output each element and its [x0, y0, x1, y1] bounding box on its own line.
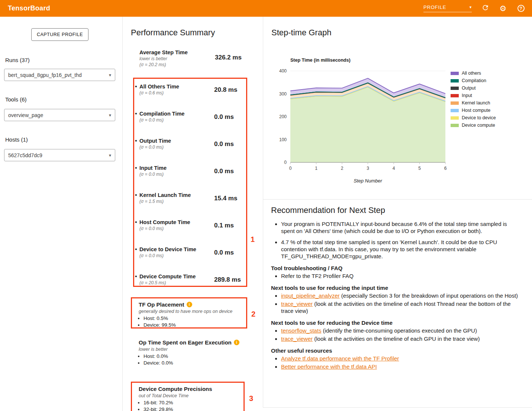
tools-select[interactable]: overview_page ▾	[4, 109, 115, 121]
metric-label: All Others Time	[139, 84, 211, 90]
legend-label: Kernel launch	[462, 100, 490, 106]
recommendation-section-list: Analyze tf.data performance with the TF …	[271, 355, 521, 370]
chevron-down-icon: ▾	[109, 72, 111, 78]
refresh-button[interactable]	[481, 4, 490, 13]
metric-label: Output Time	[139, 138, 211, 144]
legend-label: Output	[462, 85, 476, 91]
tool-link[interactable]: input_pipeline_analyzer	[281, 292, 340, 299]
recommendation-section: Next tools to use for reducing the Devic…	[271, 320, 521, 342]
recommendation-section: Tool troubleshooting / FAQ Refer to the …	[271, 265, 521, 279]
metric-value: 20.8 ms	[214, 86, 237, 94]
step-time-graph-panel: Step-time Graph Step Time (in millisecon…	[263, 17, 532, 200]
runs-label: Runs (37)	[5, 57, 30, 63]
legend-item: Compilation	[451, 78, 496, 83]
recommendation-section-list: Refer to the TF2 Profiler FAQ	[271, 272, 521, 279]
legend-label: Host compute	[462, 108, 490, 113]
dashboard-selector[interactable]: PROFILE ▾	[423, 4, 472, 12]
hosts-select-value: 5627c5dd7dc9	[8, 152, 42, 158]
recommendation-section: Next tools to use for reducing the input…	[271, 285, 521, 314]
highlight-box-2: TF Op Placement i generally desired to h…	[131, 297, 247, 329]
hosts-select[interactable]: 5627c5dd7dc9 ▾	[4, 149, 115, 161]
device-precisions-list: 16-bit: 70.2%32-bit: 29.8%	[132, 399, 244, 411]
runs-select[interactable]: bert_squad_8gpu_fp16_pvt_thd ▾	[4, 69, 115, 81]
legend-item: Host compute	[451, 108, 496, 113]
svg-text:400: 400	[279, 68, 287, 74]
recommendation-item-text: (identify the time-consuming operations …	[321, 327, 477, 334]
recommendation-item: trace_viewer (look at the activities on …	[281, 335, 521, 342]
metric-sigma: (σ = 20.5 ms)	[139, 280, 211, 285]
recommendation-item: Refer to the TF2 Profiler FAQ	[281, 272, 521, 279]
refresh-icon	[481, 4, 489, 13]
legend-swatch	[451, 94, 459, 97]
metric-value: 0.0 ms	[214, 168, 234, 175]
recommendation-section: Other useful resources Analyze tf.data p…	[271, 347, 521, 370]
metric-sigma: (σ = 1.5 ms)	[139, 199, 211, 204]
settings-button[interactable]: ⚙	[499, 4, 507, 13]
list-item: Device: 99.5%	[144, 322, 246, 329]
recommendation-section-heading: Next tools to use for reducing the input…	[271, 285, 521, 291]
svg-text:5: 5	[418, 166, 421, 171]
app-bar-actions: PROFILE ▾ ⚙ ?	[423, 4, 525, 13]
tool-link[interactable]: tensorflow_stats	[281, 327, 321, 334]
svg-text:300: 300	[279, 91, 287, 97]
legend-label: Compilation	[462, 78, 486, 83]
recommendation-item: Better performance with the tf.data API	[281, 363, 521, 370]
metric-text: Compilation Time (σ = 0.0 ms)	[135, 111, 211, 123]
eager-execution-block: Op Time Spent on Eager Execution i lower…	[132, 339, 244, 366]
legend-swatch	[451, 72, 459, 75]
average-step-time-row: Average Step Time lower is better (σ = 2…	[139, 49, 247, 67]
recommendation-section-heading: Other useful resources	[271, 347, 521, 354]
gear-icon: ⚙	[500, 4, 507, 12]
annotation-2: 2	[251, 310, 255, 318]
svg-text:100: 100	[279, 137, 287, 142]
legend-item: Device compute	[451, 123, 496, 128]
info-icon[interactable]: i	[187, 302, 192, 307]
legend-label: Device to device	[462, 115, 496, 120]
metric-text: Host Compute Time (σ = 0.0 ms)	[135, 219, 211, 231]
legend-label: Input	[462, 93, 472, 98]
info-icon[interactable]: i	[234, 340, 239, 345]
chart-legend: All othersCompilationOutputInputKernel l…	[451, 71, 496, 128]
metric-sigma: (σ = 0.0 ms)	[139, 145, 211, 150]
tf-op-placement-note: generally desired to have more ops on de…	[139, 309, 246, 314]
metric-row: Device Compute Time (σ = 20.5 ms) 289.8 …	[134, 270, 246, 297]
legend-item: Output	[451, 85, 496, 91]
metric-label: Compilation Time	[139, 111, 211, 117]
help-button[interactable]: ?	[516, 4, 525, 13]
capture-profile-button[interactable]: CAPTURE PROFILE	[31, 28, 88, 41]
metric-label: Device to Device Time	[139, 246, 211, 252]
metric-text: Input Time (σ = 0.0 ms)	[135, 165, 211, 177]
highlight-box-3: Device Compute Precisions out of Total D…	[131, 382, 245, 411]
legend-item: Device to device	[451, 115, 496, 120]
tool-link[interactable]: Analyze tf.data performance with the TF …	[281, 355, 399, 362]
svg-text:3: 3	[367, 166, 369, 171]
tool-link[interactable]: Better performance with the tf.data API	[281, 363, 377, 370]
eager-execution-title: Op Time Spent on Eager Execution	[139, 339, 232, 346]
metrics-list: All Others Time (σ = 0.6 ms) 20.8 ms Com…	[134, 80, 246, 297]
metric-row: Host Compute Time (σ = 0.0 ms) 0.1 ms	[134, 216, 246, 243]
step-time-graph-title: Step-time Graph	[271, 28, 331, 38]
recommendation-section-list: input_pipeline_analyzer (especially Sect…	[271, 292, 521, 314]
performance-summary-title: Performance Summary	[131, 28, 215, 38]
legend-item: All others	[451, 71, 496, 76]
dashboard-selector-value: PROFILE	[423, 4, 446, 10]
list-item: 32-bit: 29.8%	[144, 406, 244, 411]
recommendation-title: Recommendation for Next Step	[271, 206, 521, 215]
tool-link[interactable]: trace_viewer	[281, 336, 313, 342]
svg-text:0: 0	[284, 160, 287, 165]
svg-text:4: 4	[393, 166, 395, 171]
metric-row: Device to Device Time (σ = 0.0 ms) 0.0 m…	[134, 243, 246, 270]
recommendation-item: tensorflow_stats (identify the time-cons…	[281, 327, 521, 334]
svg-text:6: 6	[444, 166, 447, 171]
tool-link[interactable]: trace_viewer	[281, 301, 313, 307]
metric-text: All Others Time (σ = 0.6 ms)	[135, 84, 211, 96]
metric-value: 0.0 ms	[214, 249, 234, 256]
list-item: 16-bit: 70.2%	[144, 399, 244, 406]
legend-swatch	[451, 116, 459, 120]
chart-x-axis-label: Step Number	[290, 178, 445, 184]
recommendation-section-list: tensorflow_stats (identify the time-cons…	[271, 327, 521, 342]
list-item: Device: 0.0%	[144, 360, 244, 366]
metric-sigma: (σ = 0.0 ms)	[139, 117, 211, 123]
chart-title: Step Time (in milliseconds)	[290, 58, 351, 63]
metric-value: 15.4 ms	[214, 195, 237, 202]
